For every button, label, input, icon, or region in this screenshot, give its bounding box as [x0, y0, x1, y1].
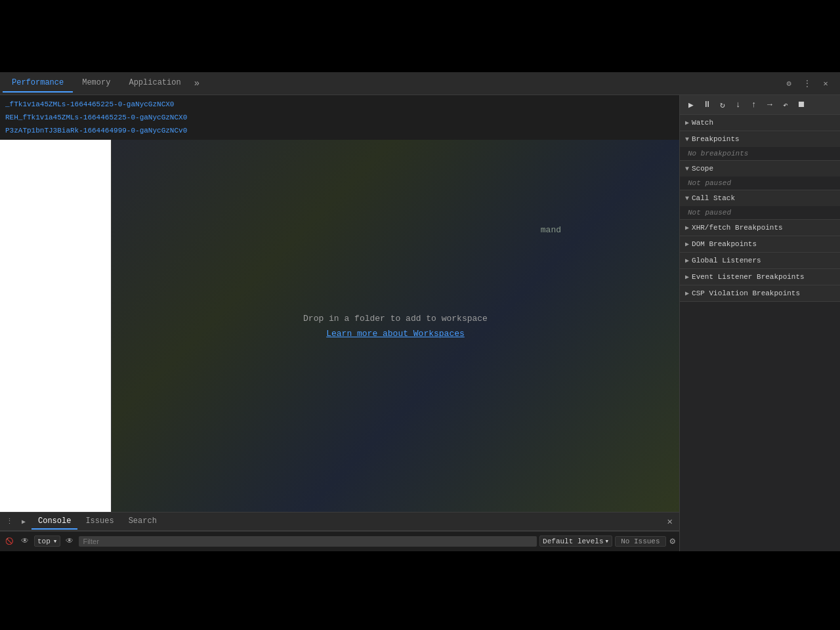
file-tree-panel — [0, 140, 112, 512]
call-stack-section-label: Call Stack — [692, 194, 735, 202]
console-no-issues-badge: No Issues — [615, 536, 665, 547]
breakpoints-arrow-icon: ▼ — [685, 136, 689, 143]
breakpoints-section-header[interactable]: ▼ Breakpoints — [680, 131, 840, 147]
debugger-panel: ▶ ⏸ ↻ ↓ ↑ → ↶ ⏹ ▶ Watch ▼ Breakpo — [679, 95, 840, 551]
call-stack-section-header[interactable]: ▼ Call Stack — [680, 190, 840, 206]
global-listeners-section: ▶ Global Listeners — [680, 253, 840, 269]
tab-toolbar-icons: ⚙ ⋮ ✕ — [781, 75, 837, 91]
event-listener-arrow-icon: ▶ — [685, 273, 689, 281]
source-item-1[interactable]: _fTk1v1a45ZMLs-1664465225-0-gaNycGzNCX0 — [0, 98, 679, 111]
source-viewer: mand Drop in a folder to add to workspac… — [0, 140, 679, 512]
console-toolbar: 🚫 👁 top ▾ 👁 Default levels ▾ No Issues ⚙ — [0, 531, 679, 551]
console-levels-selector[interactable]: Default levels ▾ — [539, 536, 612, 547]
console-context-selector[interactable]: top ▾ — [34, 536, 60, 547]
devtools-tab-bar: Performance Memory Application » ⚙ ⋮ ✕ — [0, 72, 840, 95]
debugger-step-over-button[interactable]: ↻ — [715, 98, 730, 112]
breakpoints-section: ▼ Breakpoints No breakpoints — [680, 131, 840, 161]
console-more-button[interactable]: ⋮ — [3, 515, 16, 528]
xhr-breakpoints-label: XHR/fetch Breakpoints — [692, 224, 783, 232]
watch-arrow-icon: ▶ — [685, 119, 689, 127]
tab-performance[interactable]: Performance — [3, 74, 73, 93]
settings-icon[interactable]: ⚙ — [781, 75, 797, 91]
debugger-stop-button[interactable]: ⏹ — [794, 98, 808, 112]
scope-section-header[interactable]: ▼ Scope — [680, 161, 840, 177]
global-listeners-label: Global Listeners — [692, 257, 761, 264]
csp-violation-breakpoints-section: ▶ CSP Violation Breakpoints — [680, 285, 840, 302]
context-dropdown-icon: ▾ — [53, 537, 58, 545]
console-settings-small-button[interactable]: 👁 — [63, 535, 76, 548]
console-levels-label: Default levels — [543, 537, 603, 545]
watch-section-label: Watch — [692, 119, 713, 127]
console-filter-input[interactable] — [79, 536, 537, 547]
debugger-step-button[interactable]: → — [763, 98, 777, 112]
call-stack-section: ▼ Call Stack Not paused — [680, 190, 840, 220]
more-options-icon[interactable]: ⋮ — [799, 75, 815, 91]
event-listener-breakpoints-header[interactable]: ▶ Event Listener Breakpoints — [680, 269, 840, 285]
event-listener-breakpoints-label: Event Listener Breakpoints — [692, 273, 805, 281]
debugger-play-button[interactable]: ▶ — [684, 98, 698, 112]
event-listener-breakpoints-section: ▶ Event Listener Breakpoints — [680, 269, 840, 285]
xhr-breakpoints-header[interactable]: ▶ XHR/fetch Breakpoints — [680, 220, 840, 236]
debugger-step-out-button[interactable]: ↑ — [747, 98, 761, 112]
csp-violation-breakpoints-label: CSP Violation Breakpoints — [692, 289, 800, 297]
debugger-deactivate-button[interactable]: ↶ — [778, 98, 793, 112]
workspace-link[interactable]: Learn more about Workspaces — [326, 329, 465, 339]
console-icon-button[interactable]: ▶ — [17, 515, 30, 528]
call-stack-status: Not paused — [680, 206, 840, 219]
tab-search[interactable]: Search — [122, 514, 163, 530]
dom-breakpoints-label: DOM Breakpoints — [692, 240, 757, 248]
watch-section: ▶ Watch — [680, 115, 840, 131]
dom-breakpoints-header[interactable]: ▶ DOM Breakpoints — [680, 236, 840, 252]
global-arrow-icon: ▶ — [685, 257, 689, 264]
console-clear-button[interactable]: 🚫 — [3, 535, 16, 548]
console-tab-bar: ⋮ ▶ Console Issues Search ✕ — [0, 513, 679, 531]
scope-section: ▼ Scope Not paused — [680, 161, 840, 190]
tab-application[interactable]: Application — [119, 74, 190, 93]
workspace-drop-text: Drop in a folder to add to workspace — [303, 314, 488, 324]
tab-issues[interactable]: Issues — [79, 514, 120, 530]
tab-console[interactable]: Console — [32, 514, 77, 530]
source-item-2[interactable]: REH_fTk1v1a45ZMLs-1664465225-0-gaNycGzNC… — [0, 111, 679, 124]
watch-section-header[interactable]: ▶ Watch — [680, 115, 840, 131]
xhr-breakpoints-section: ▶ XHR/fetch Breakpoints — [680, 220, 840, 236]
call-stack-arrow-icon: ▼ — [685, 195, 689, 202]
csp-violation-breakpoints-header[interactable]: ▶ CSP Violation Breakpoints — [680, 285, 840, 301]
scope-arrow-icon: ▼ — [685, 165, 689, 173]
breakpoints-section-label: Breakpoints — [692, 135, 740, 143]
close-devtools-icon[interactable]: ✕ — [818, 75, 833, 91]
levels-dropdown-icon: ▾ — [605, 537, 610, 545]
scope-section-label: Scope — [692, 165, 713, 173]
console-eye-button[interactable]: 👁 — [18, 535, 32, 548]
source-item-3[interactable]: P3zATp1bnTJ3BiaRk-1664464999-0-gaNycGzNC… — [0, 124, 679, 137]
xhr-arrow-icon: ▶ — [685, 224, 689, 232]
source-list: _fTk1v1a45ZMLs-1664465225-0-gaNycGzNCX0 … — [0, 95, 679, 140]
dom-arrow-icon: ▶ — [685, 240, 689, 248]
dom-breakpoints-section: ▶ DOM Breakpoints — [680, 236, 840, 253]
source-panel: _fTk1v1a45ZMLs-1664465225-0-gaNycGzNCX0 … — [0, 95, 679, 551]
debugger-pause-button[interactable]: ⏸ — [700, 98, 714, 112]
console-close-button[interactable]: ✕ — [663, 514, 677, 528]
tab-overflow-button[interactable]: » — [190, 75, 203, 91]
debugger-step-into-button[interactable]: ↓ — [731, 98, 746, 112]
breakpoints-status: No breakpoints — [680, 147, 840, 160]
csp-arrow-icon: ▶ — [685, 289, 689, 297]
console-settings-icon[interactable]: ⚙ — [669, 534, 677, 548]
tab-memory[interactable]: Memory — [73, 74, 119, 93]
debugger-toolbar: ▶ ⏸ ↻ ↓ ↑ → ↶ ⏹ — [680, 95, 840, 115]
devtools-main-area: _fTk1v1a45ZMLs-1664465225-0-gaNycGzNCX0 … — [0, 95, 840, 551]
command-text: mand — [541, 225, 561, 235]
global-listeners-header[interactable]: ▶ Global Listeners — [680, 253, 840, 268]
scope-status: Not paused — [680, 177, 840, 190]
source-editor: mand Drop in a folder to add to workspac… — [112, 140, 679, 512]
console-context-label: top — [37, 537, 51, 545]
